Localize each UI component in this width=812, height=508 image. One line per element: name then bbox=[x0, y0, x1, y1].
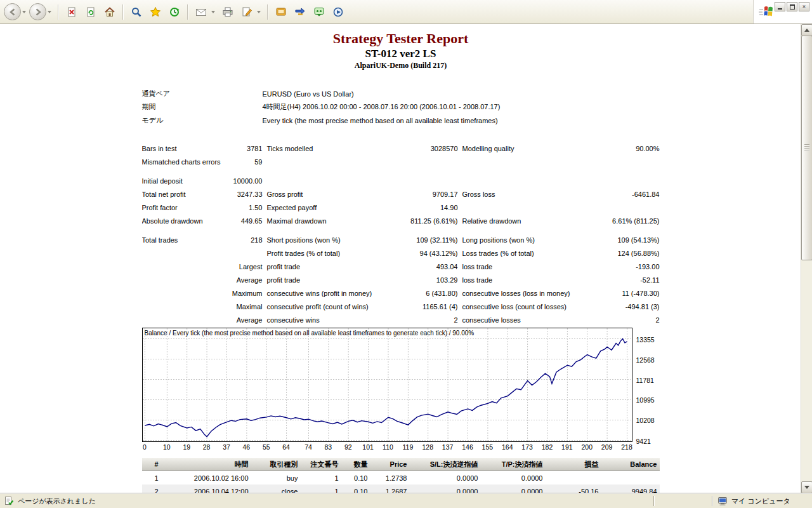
print-button[interactable] bbox=[218, 3, 237, 22]
stat-label: Short positions (won %) bbox=[263, 233, 395, 246]
trades-col-header: Balance bbox=[601, 458, 660, 471]
scroll-up-button[interactable] bbox=[801, 24, 812, 36]
edit-dropdown[interactable] bbox=[257, 11, 261, 13]
x-axis-label: 83 bbox=[325, 443, 332, 451]
x-axis-label: 28 bbox=[203, 443, 211, 451]
scroll-down-button[interactable] bbox=[801, 481, 812, 493]
toolbar-separator bbox=[267, 4, 268, 20]
strategy-tester-report: Strategy Tester Report ST-012 ver2 LS Al… bbox=[142, 24, 660, 493]
scrollbar-thumb[interactable] bbox=[801, 36, 812, 260]
stat-label bbox=[263, 155, 395, 168]
mail-dropdown[interactable] bbox=[211, 11, 215, 13]
media-icon bbox=[332, 6, 344, 18]
refresh-icon bbox=[85, 6, 96, 18]
stats-row: Mismatched charts errors59 bbox=[142, 155, 660, 168]
stat-value bbox=[223, 246, 263, 260]
favorites-button[interactable] bbox=[146, 3, 165, 22]
stat-label: consecutive wins bbox=[263, 313, 395, 326]
y-axis-label: 10995 bbox=[636, 396, 655, 404]
browser-window: × Strategy Tester Report ST-012 ver2 LS … bbox=[0, 0, 812, 508]
status-bar: ページが表示されました マイ コンピュータ bbox=[0, 493, 812, 508]
stat-label bbox=[142, 300, 223, 313]
stat-value: 94 (43.12%) bbox=[395, 246, 458, 260]
search-icon bbox=[131, 6, 142, 18]
restore-button[interactable] bbox=[787, 2, 797, 11]
history-button[interactable] bbox=[165, 3, 184, 22]
browser-toolbar: × bbox=[0, 0, 812, 24]
page-done-icon bbox=[3, 495, 15, 507]
trade-cell: 0.10 bbox=[341, 471, 370, 485]
back-button[interactable] bbox=[4, 3, 21, 20]
my-computer-icon bbox=[717, 495, 728, 507]
stat-value: 9709.17 bbox=[395, 187, 458, 201]
security-zone-label: マイ コンピュータ bbox=[731, 497, 790, 506]
stat-label bbox=[458, 155, 585, 168]
info-label: モデル bbox=[142, 114, 263, 127]
transfer-button[interactable] bbox=[291, 3, 310, 22]
status-pane-progress bbox=[655, 494, 712, 508]
scrollbar-grip bbox=[804, 144, 809, 152]
edit-button[interactable] bbox=[237, 3, 256, 22]
trade-cell: 1.2687 bbox=[370, 485, 410, 493]
x-axis-label: 37 bbox=[223, 443, 230, 451]
info-label: 期間 bbox=[142, 100, 263, 114]
trade-row: 12006.10.02 16:00buy10.101.27380.00000.0… bbox=[142, 471, 660, 485]
balance-chart-plot: Balance / Every tick (the most precise m… bbox=[142, 328, 632, 442]
stats-row: Profit trades (% of total)94 (43.12%)Los… bbox=[142, 246, 660, 260]
stat-value: Maximal bbox=[223, 300, 263, 313]
tool-icon bbox=[275, 6, 287, 18]
stat-value: 14.90 bbox=[395, 201, 458, 214]
trade-cell: 1 bbox=[301, 471, 341, 485]
trades-body: 12006.10.02 16:00buy10.101.27380.00000.0… bbox=[142, 471, 660, 494]
x-axis-label: 0 bbox=[143, 443, 147, 451]
stats-row: Total trades218Short positions (won %)10… bbox=[142, 233, 660, 246]
trades-col-header: 損益 bbox=[546, 458, 601, 471]
stats-row: Maximumconsecutive wins (profit in money… bbox=[142, 286, 660, 300]
stat-value: 10000.00 bbox=[223, 174, 263, 187]
trade-cell: 1 bbox=[142, 471, 161, 485]
media-button[interactable] bbox=[329, 3, 348, 22]
forward-dropdown[interactable] bbox=[48, 11, 51, 13]
x-axis-label: 74 bbox=[304, 443, 312, 451]
trade-row: 22006.10.04 12:00close10.101.26870.00000… bbox=[142, 485, 660, 493]
x-axis-label: 182 bbox=[542, 443, 553, 451]
stat-label: Total net profit bbox=[142, 187, 223, 201]
trade-cell: 2006.10.02 16:00 bbox=[161, 471, 251, 485]
report-title: Strategy Tester Report bbox=[142, 30, 660, 47]
x-axis-label: 64 bbox=[282, 443, 290, 451]
throbber-area: × bbox=[753, 0, 812, 23]
stat-label: Total trades bbox=[142, 233, 223, 246]
messenger-button[interactable] bbox=[310, 3, 329, 22]
stats-row bbox=[142, 168, 660, 174]
x-axis-label: 101 bbox=[362, 443, 374, 451]
trades-col-header: 取引種別 bbox=[251, 458, 301, 471]
home-button[interactable] bbox=[100, 3, 119, 22]
trade-cell bbox=[546, 471, 601, 485]
stats-row: Averageconsecutive wins2consecutive loss… bbox=[142, 313, 660, 326]
stats-row: Maximalconsecutive profit (count of wins… bbox=[142, 300, 660, 313]
info-row: モデルEvery tick (the most precise method b… bbox=[142, 114, 501, 127]
stat-value: 124 (56.88%) bbox=[585, 246, 660, 260]
stop-button[interactable] bbox=[62, 3, 81, 22]
stat-label: Initial deposit bbox=[142, 174, 223, 187]
trade-cell: 2 bbox=[142, 485, 161, 493]
trades-table: #時間取引種別注文番号数量PriceS/L:決済逆指値T/P:決済指値損益Bal… bbox=[142, 458, 660, 493]
x-axis-label: 155 bbox=[482, 443, 494, 451]
minimize-button[interactable] bbox=[775, 2, 785, 11]
stat-label: Ticks modelled bbox=[263, 142, 395, 155]
forward-button[interactable] bbox=[29, 3, 46, 20]
x-axis-label: 146 bbox=[462, 443, 473, 451]
stat-value: -52.11 bbox=[585, 273, 660, 286]
vertical-scrollbar[interactable] bbox=[801, 24, 812, 493]
search-button[interactable] bbox=[127, 3, 146, 22]
mail-button[interactable] bbox=[192, 3, 211, 22]
status-text: ページが表示されました bbox=[18, 497, 96, 506]
y-axis-label: 12568 bbox=[636, 356, 655, 364]
trades-col-header: 数量 bbox=[341, 458, 370, 471]
edit-icon bbox=[241, 6, 252, 18]
tool-button[interactable] bbox=[272, 3, 291, 22]
refresh-button[interactable] bbox=[81, 3, 100, 22]
close-button[interactable]: × bbox=[799, 2, 809, 11]
back-dropdown[interactable] bbox=[22, 11, 26, 13]
stat-label: consecutive wins (profit in money) bbox=[263, 286, 395, 300]
